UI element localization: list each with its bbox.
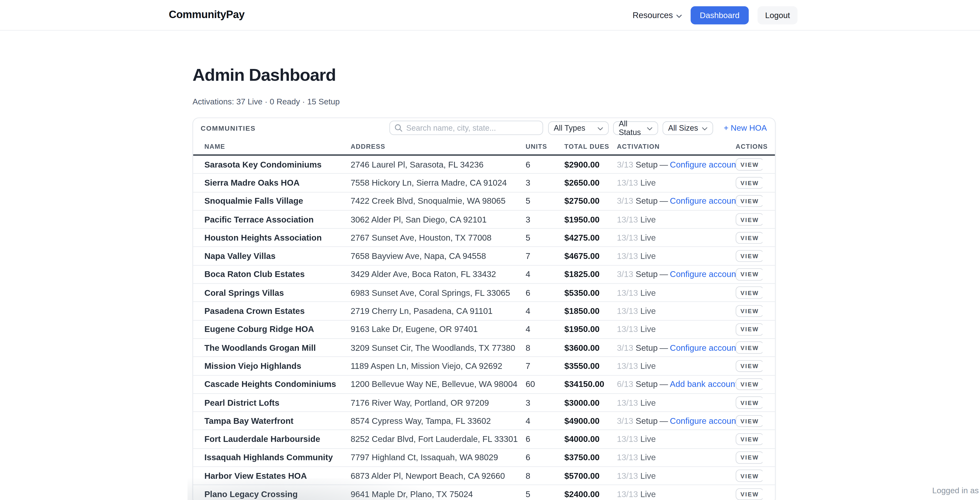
chevron-down-icon bbox=[702, 123, 707, 132]
column-header-actions: ACTIONS bbox=[736, 142, 768, 150]
view-button[interactable]: VIEW bbox=[736, 323, 763, 336]
activation-status: Live bbox=[640, 233, 656, 242]
activation-fraction: 13/13 bbox=[617, 215, 638, 224]
activation-status: Setup bbox=[636, 270, 657, 279]
activation-cell: 13/13 Live bbox=[617, 233, 736, 242]
actions-cell: VIEW bbox=[736, 470, 763, 482]
column-header-address: ADDRESS bbox=[351, 142, 526, 150]
community-total-dues: $1850.00 bbox=[565, 306, 617, 316]
view-button[interactable]: VIEW bbox=[736, 433, 763, 446]
community-total-dues: $5700.00 bbox=[565, 471, 617, 481]
community-total-dues: $34150.00 bbox=[565, 380, 617, 389]
dashboard-button[interactable]: Dashboard bbox=[690, 6, 749, 24]
status-filter-select[interactable]: All Status bbox=[613, 121, 658, 135]
community-address: 7558 Hickory Ln, Sierra Madre, CA 91024 bbox=[351, 178, 526, 188]
activation-fraction: 13/13 bbox=[617, 361, 638, 371]
table-row: Boca Raton Club Estates 3429 Alder Ave, … bbox=[193, 266, 775, 284]
activation-fraction: 13/13 bbox=[617, 306, 638, 316]
view-button[interactable]: VIEW bbox=[736, 268, 763, 280]
search-input[interactable] bbox=[390, 121, 543, 135]
community-name: Mission Viejo Highlands bbox=[204, 361, 351, 371]
types-filter-select[interactable]: All Types bbox=[548, 121, 609, 135]
view-button[interactable]: VIEW bbox=[736, 396, 763, 409]
actions-cell: VIEW bbox=[736, 323, 763, 336]
view-button[interactable]: VIEW bbox=[736, 415, 763, 427]
activation-cell: 3/13 Setup—Configure accounting bbox=[617, 160, 736, 169]
table-row: Plano Legacy Crossing 9641 Maple Dr, Pla… bbox=[193, 485, 775, 500]
table-row: Cascade Heights Condominiums 1200 Bellev… bbox=[193, 375, 775, 394]
resources-menu-label: Resources bbox=[632, 11, 673, 20]
activation-status: Setup bbox=[636, 416, 657, 425]
community-name: Boca Raton Club Estates bbox=[204, 270, 351, 279]
activation-link-wrap: —Configure accounting bbox=[658, 196, 736, 206]
actions-cell: VIEW bbox=[736, 452, 763, 464]
community-address: 9641 Maple Dr, Plano, TX 75024 bbox=[351, 489, 526, 499]
table-row: Pacific Terrace Association 3062 Alder P… bbox=[193, 211, 775, 229]
view-button[interactable]: VIEW bbox=[736, 232, 763, 244]
table-row: Houston Heights Association 2767 Sunset … bbox=[193, 229, 775, 247]
community-units: 6 bbox=[526, 435, 565, 444]
activation-dash: — bbox=[660, 380, 668, 389]
view-button[interactable]: VIEW bbox=[736, 250, 763, 262]
view-button[interactable]: VIEW bbox=[736, 360, 763, 372]
sizes-filter-select[interactable]: All Sizes bbox=[663, 121, 713, 135]
sizes-filter-value: All Sizes bbox=[668, 123, 698, 132]
community-total-dues: $4000.00 bbox=[565, 435, 617, 444]
community-address: 6983 Sunset Ave, Coral Springs, FL 33065 bbox=[351, 288, 526, 298]
activation-action-link[interactable]: Configure accounting bbox=[670, 160, 736, 169]
actions-cell: VIEW bbox=[736, 305, 763, 317]
section-label: COMMUNITIES bbox=[200, 124, 256, 132]
activation-fraction: 13/13 bbox=[617, 398, 638, 408]
view-button[interactable]: VIEW bbox=[736, 305, 763, 317]
view-button[interactable]: VIEW bbox=[736, 213, 763, 226]
community-units: 3 bbox=[526, 398, 565, 408]
view-button[interactable]: VIEW bbox=[736, 452, 763, 464]
activation-fraction: 13/13 bbox=[617, 233, 638, 242]
chevron-down-icon bbox=[598, 123, 603, 132]
view-button[interactable]: VIEW bbox=[736, 177, 763, 189]
resources-menu[interactable]: Resources bbox=[632, 11, 682, 20]
activation-action-link[interactable]: Add bank account bbox=[670, 380, 736, 389]
view-button[interactable]: VIEW bbox=[736, 470, 763, 482]
activation-cell: 13/13 Live bbox=[617, 178, 736, 188]
logout-button[interactable]: Logout bbox=[757, 6, 797, 24]
actions-cell: VIEW bbox=[736, 268, 763, 280]
community-total-dues: $2750.00 bbox=[565, 196, 617, 206]
activation-action-link[interactable]: Configure accounting bbox=[670, 196, 736, 206]
activation-fraction: 3/13 bbox=[617, 270, 633, 279]
view-button[interactable]: VIEW bbox=[736, 287, 763, 299]
view-button[interactable]: VIEW bbox=[736, 342, 763, 354]
community-name: The Woodlands Grogan Mill bbox=[204, 343, 351, 352]
activation-fraction: 13/13 bbox=[617, 453, 638, 462]
community-total-dues: $5350.00 bbox=[565, 288, 617, 298]
community-name: Tampa Bay Waterfront bbox=[204, 416, 351, 425]
community-address: 7797 Highland Ct, Issaquah, WA 98029 bbox=[351, 453, 526, 462]
activation-action-link[interactable]: Configure accounting bbox=[670, 416, 736, 425]
community-units: 60 bbox=[526, 380, 565, 389]
view-button[interactable]: VIEW bbox=[736, 158, 763, 171]
actions-cell: VIEW bbox=[736, 195, 763, 207]
activation-action-link[interactable]: Configure accounting bbox=[670, 343, 736, 352]
activation-fraction: 13/13 bbox=[617, 288, 638, 298]
community-total-dues: $4675.00 bbox=[565, 252, 617, 261]
activation-status: Live bbox=[640, 489, 656, 499]
activation-cell: 6/13 Setup—Add bank account bbox=[617, 380, 736, 389]
communities-toolbar: COMMUNITIES All Types All Status All Si bbox=[193, 118, 775, 137]
activation-action-link[interactable]: Configure accounting bbox=[670, 270, 736, 279]
activation-fraction: 13/13 bbox=[617, 489, 638, 499]
view-button[interactable]: VIEW bbox=[736, 488, 763, 500]
community-name: Pasadena Crown Estates bbox=[204, 306, 351, 316]
community-address: 9163 Lake Dr, Eugene, OR 97401 bbox=[351, 325, 526, 334]
activation-fraction: 13/13 bbox=[617, 471, 638, 481]
table-row: Napa Valley Villas 7658 Bayview Ave, Nap… bbox=[193, 247, 775, 266]
community-units: 6 bbox=[526, 160, 565, 169]
new-hoa-link[interactable]: + New HOA bbox=[724, 123, 767, 132]
community-total-dues: $1950.00 bbox=[565, 215, 617, 224]
activation-status: Setup bbox=[636, 160, 657, 169]
table-body: Sarasota Key Condominiums 2746 Laurel Pl… bbox=[193, 156, 775, 500]
view-button[interactable]: VIEW bbox=[736, 378, 763, 390]
community-address: 7176 River Way, Portland, OR 97209 bbox=[351, 398, 526, 408]
table-row: Sierra Madre Oaks HOA 7558 Hickory Ln, S… bbox=[193, 174, 775, 193]
view-button[interactable]: VIEW bbox=[736, 195, 763, 207]
actions-cell: VIEW bbox=[736, 415, 763, 427]
